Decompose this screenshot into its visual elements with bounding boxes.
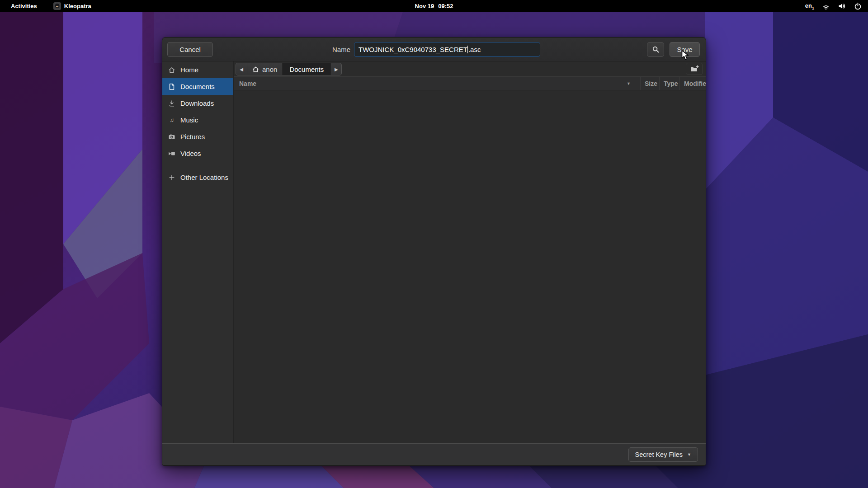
clock-time: 09:52	[438, 3, 453, 9]
plus-icon	[168, 174, 175, 181]
new-folder-icon	[690, 65, 699, 73]
download-icon	[168, 100, 175, 107]
path-bar: ◀ anon Documents ▶	[236, 63, 342, 75]
sidebar-item-label: Pictures	[180, 133, 205, 141]
column-header-modified[interactable]: Modified	[679, 77, 706, 90]
camera-icon	[168, 133, 175, 141]
kleopatra-app-icon	[53, 2, 61, 10]
sidebar-item-label: Videos	[180, 150, 201, 157]
dialog-action-bar: Secret Key Files ▼	[162, 443, 706, 465]
dialog-headerbar: Cancel Name TWOJNICK_0xC9040733_SECRET.a…	[162, 38, 706, 61]
cancel-button[interactable]: Cancel	[167, 42, 213, 57]
system-status-area[interactable]: en1	[805, 0, 868, 12]
column-header-type[interactable]: Type	[659, 77, 679, 90]
sidebar-item-documents[interactable]: Documents	[162, 78, 233, 95]
gnome-top-bar: Activities Kleopatra Nov 1909:52 en1	[0, 0, 868, 12]
sidebar-item-pictures[interactable]: Pictures	[162, 128, 233, 145]
mouse-cursor	[681, 50, 691, 61]
document-icon	[168, 83, 175, 90]
search-icon	[652, 46, 660, 53]
home-icon	[252, 66, 259, 73]
sidebar-item-label: Music	[180, 116, 198, 124]
filename-input[interactable]: TWOJNICK_0xC9040733_SECRET.asc	[354, 42, 540, 57]
path-crumb-documents[interactable]: Documents	[282, 63, 330, 75]
chevron-down-icon: ▼	[687, 452, 691, 457]
video-camera-icon	[168, 150, 175, 157]
search-button[interactable]	[647, 42, 664, 57]
volume-icon[interactable]	[838, 2, 846, 10]
column-label: Name	[239, 80, 256, 87]
clock[interactable]: Nov 1909:52	[0, 3, 868, 9]
filename-text-after-caret: .asc	[468, 46, 481, 53]
wifi-icon[interactable]	[822, 2, 830, 10]
sidebar-item-other-locations[interactable]: Other Locations	[162, 169, 233, 186]
desktop: Activities Kleopatra Nov 1909:52 en1	[0, 0, 868, 488]
path-crumb-label: anon	[262, 66, 277, 73]
path-bar-row: ◀ anon Documents ▶	[234, 61, 706, 76]
column-header-name[interactable]: Name ▼	[234, 77, 640, 90]
sidebar-item-downloads[interactable]: Downloads	[162, 95, 233, 112]
filter-label: Secret Key Files	[635, 451, 683, 458]
file-type-filter-dropdown[interactable]: Secret Key Files ▼	[628, 447, 698, 462]
sidebar-item-label: Other Locations	[180, 174, 228, 181]
app-menu-label: Kleopatra	[64, 3, 91, 9]
music-note-icon: ♫	[168, 117, 175, 124]
places-sidebar: Home Documents	[162, 61, 234, 443]
keyboard-layout-indicator[interactable]: en1	[805, 2, 814, 10]
app-menu-kleopatra[interactable]: Kleopatra	[53, 2, 91, 10]
sort-descending-icon: ▼	[627, 81, 631, 86]
new-folder-button[interactable]	[686, 63, 703, 75]
path-forward-button[interactable]: ▶	[330, 63, 341, 75]
path-back-button[interactable]: ◀	[236, 63, 247, 75]
sidebar-item-videos[interactable]: Videos	[162, 145, 233, 162]
save-file-dialog: Cancel Name TWOJNICK_0xC9040733_SECRET.a…	[162, 37, 706, 466]
activities-button[interactable]: Activities	[11, 3, 37, 9]
sidebar-item-home[interactable]: Home	[162, 61, 233, 78]
file-browser-pane: ◀ anon Documents ▶	[234, 61, 706, 443]
power-icon[interactable]	[854, 2, 862, 10]
clock-date: Nov 19	[415, 3, 434, 9]
home-icon	[168, 66, 175, 74]
filename-label: Name	[311, 38, 350, 61]
filename-text-before-caret: TWOJNICK_0xC9040733_SECRET	[359, 46, 467, 53]
path-crumb-home[interactable]: anon	[247, 63, 282, 75]
column-header-size[interactable]: Size	[640, 77, 659, 90]
sidebar-item-label: Home	[180, 66, 198, 74]
file-list-header: Name ▼ Size Type Modified	[234, 76, 706, 90]
sidebar-item-music[interactable]: ♫ Music	[162, 112, 233, 128]
sidebar-item-label: Documents	[180, 83, 215, 90]
file-list[interactable]	[234, 90, 706, 443]
sidebar-item-label: Downloads	[180, 99, 214, 107]
